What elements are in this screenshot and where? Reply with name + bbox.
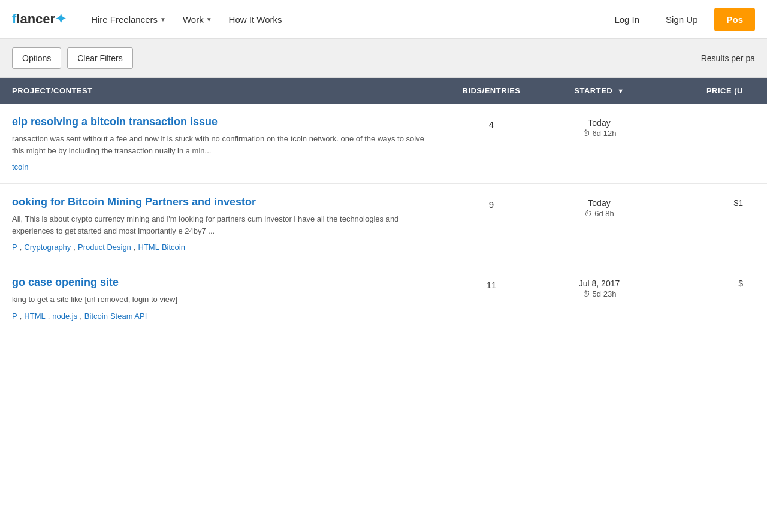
bids-count: 11 bbox=[443, 276, 539, 290]
started-date: Today bbox=[539, 118, 659, 128]
signup-button[interactable]: Sign Up bbox=[655, 10, 708, 29]
project-tag[interactable]: P bbox=[12, 312, 17, 321]
table-row: elp resolving a bitcoin transaction issu… bbox=[0, 104, 767, 184]
table-row: go case opening site king to get a site … bbox=[0, 264, 767, 333]
project-tag[interactable]: Product Design bbox=[78, 243, 131, 252]
started-info: Today ⏱ 6d 12h bbox=[539, 116, 659, 138]
project-info: go case opening site king to get a site … bbox=[12, 276, 443, 321]
col-price-header: PRICE (U bbox=[659, 86, 755, 95]
project-description: All, This is about crypto currency minin… bbox=[12, 213, 431, 237]
project-info: ooking for Bitcoin Mining Partners and i… bbox=[12, 196, 443, 252]
started-time: ⏱ 6d 12h bbox=[539, 129, 659, 138]
bids-count: 4 bbox=[443, 116, 539, 129]
time-remaining: 6d 8h bbox=[594, 209, 614, 218]
logo[interactable]: flancer✦ bbox=[12, 11, 66, 27]
project-title[interactable]: elp resolving a bitcoin transaction issu… bbox=[12, 116, 431, 128]
bids-count: 9 bbox=[443, 196, 539, 210]
project-price: $ bbox=[659, 276, 755, 288]
nav-links: Hire Freelancers ▼ Work ▼ How It Works bbox=[84, 10, 605, 29]
project-tag[interactable]: Steam API bbox=[110, 312, 147, 321]
col-project-header: PROJECT/CONTEST bbox=[12, 86, 443, 95]
project-tag[interactable]: P bbox=[12, 243, 17, 252]
project-tag[interactable]: node.js bbox=[52, 312, 77, 321]
options-button[interactable]: Options bbox=[12, 47, 61, 69]
nav-hire-freelancers[interactable]: Hire Freelancers ▼ bbox=[84, 10, 173, 29]
project-price bbox=[659, 116, 755, 118]
tag-separator: , bbox=[73, 243, 76, 252]
project-tag[interactable]: HTML bbox=[138, 243, 159, 252]
tag-separator: , bbox=[80, 312, 82, 321]
table-row: ooking for Bitcoin Mining Partners and i… bbox=[0, 184, 767, 264]
table-header: PROJECT/CONTEST BIDS/ENTRIES STARTED ▼ P… bbox=[0, 78, 767, 104]
project-tag[interactable]: Bitcoin bbox=[84, 312, 108, 321]
project-tag[interactable]: Bitcoin bbox=[162, 243, 185, 252]
results-per-page: Results per pa bbox=[701, 53, 755, 63]
clock-icon: ⏱ bbox=[582, 289, 590, 298]
project-tags: P, HTML, node.js, BitcoinSteam API bbox=[12, 312, 431, 321]
projects-list: elp resolving a bitcoin transaction issu… bbox=[0, 104, 767, 333]
started-date: Today bbox=[539, 198, 659, 208]
project-info: elp resolving a bitcoin transaction issu… bbox=[12, 116, 443, 171]
started-info: Jul 8, 2017 ⏱ 5d 23h bbox=[539, 276, 659, 298]
started-date: Jul 8, 2017 bbox=[539, 279, 659, 288]
clear-filters-button[interactable]: Clear Filters bbox=[67, 47, 132, 69]
time-remaining: 5d 23h bbox=[593, 289, 617, 298]
tag-separator: , bbox=[134, 243, 136, 252]
filter-bar: Options Clear Filters Results per pa bbox=[0, 39, 767, 78]
project-description: ransaction was sent without a fee and no… bbox=[12, 133, 431, 156]
project-tags: P, Cryptography, Product Design, HTMLBit… bbox=[12, 243, 431, 252]
project-price: $1 bbox=[659, 196, 755, 208]
nav-work[interactable]: Work ▼ bbox=[176, 10, 219, 29]
started-info: Today ⏱ 6d 8h bbox=[539, 196, 659, 218]
started-time: ⏱ 5d 23h bbox=[539, 289, 659, 298]
navbar-right: Log In Sign Up Pos bbox=[605, 8, 755, 31]
project-tag[interactable]: Cryptography bbox=[24, 243, 71, 252]
project-title[interactable]: go case opening site bbox=[12, 276, 431, 289]
chevron-down-icon: ▼ bbox=[206, 16, 212, 23]
clock-icon: ⏱ bbox=[582, 129, 590, 138]
project-title[interactable]: ooking for Bitcoin Mining Partners and i… bbox=[12, 196, 431, 208]
tag-separator: , bbox=[20, 243, 22, 252]
time-remaining: 6d 12h bbox=[593, 129, 617, 138]
project-tags: tcoin bbox=[12, 162, 431, 171]
project-description: king to get a site like [url removed, lo… bbox=[12, 294, 431, 306]
started-time: ⏱ 6d 8h bbox=[539, 209, 659, 218]
clock-icon: ⏱ bbox=[584, 209, 592, 218]
col-started-header[interactable]: STARTED ▼ bbox=[539, 86, 659, 95]
navbar: flancer✦ Hire Freelancers ▼ Work ▼ How I… bbox=[0, 0, 767, 39]
sort-arrow-icon: ▼ bbox=[617, 87, 624, 95]
col-bids-header: BIDS/ENTRIES bbox=[443, 86, 539, 95]
logo-text: flancer✦ bbox=[12, 11, 66, 26]
post-button[interactable]: Pos bbox=[714, 8, 755, 31]
project-tag[interactable]: HTML bbox=[24, 312, 45, 321]
login-button[interactable]: Log In bbox=[605, 10, 649, 29]
tag-separator: , bbox=[20, 312, 22, 321]
project-tag[interactable]: tcoin bbox=[12, 162, 28, 171]
nav-how-it-works[interactable]: How It Works bbox=[222, 10, 289, 29]
chevron-down-icon: ▼ bbox=[160, 16, 166, 23]
tag-separator: , bbox=[48, 312, 50, 321]
